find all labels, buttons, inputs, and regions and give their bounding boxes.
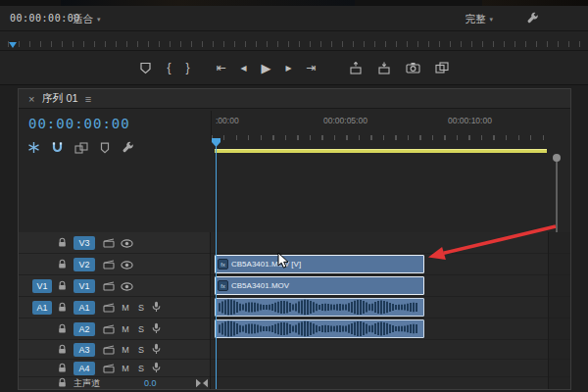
clip-a1-audio[interactable] (215, 298, 424, 317)
track-lock-button[interactable] (57, 341, 68, 359)
track-lock-button[interactable] (57, 234, 68, 252)
track-toggle-a1[interactable]: A1 (74, 301, 95, 315)
work-area-bar[interactable] (215, 149, 547, 153)
mark-out-button[interactable]: } (185, 62, 189, 74)
program-monitor-bar: 00:00:00:00 适合 ▾ 完整 ▾ (0, 6, 588, 31)
play-button[interactable]: ▶ (262, 62, 271, 74)
source-patch[interactable] (32, 362, 52, 375)
playback-quality-select[interactable]: 完整 ▾ (465, 13, 493, 26)
pan-bowtie-icon (195, 378, 209, 388)
add-marker-button[interactable] (139, 62, 152, 74)
sync-lock-button[interactable] (103, 299, 115, 317)
sync-lock-button[interactable] (103, 277, 115, 295)
sync-lock-icon (103, 281, 115, 291)
track-lock-button[interactable] (57, 374, 68, 392)
mark-in-button[interactable]: { (167, 62, 171, 74)
sequence-tab[interactable]: 序列 01 (41, 91, 77, 106)
solo-button[interactable]: S (135, 343, 147, 356)
voiceover-record-button[interactable] (152, 360, 161, 377)
clip-v2-video[interactable]: fx CB5A3401.MOV [V] (215, 255, 424, 273)
track-output-button[interactable] (121, 256, 133, 273)
track-toggle-a3[interactable]: A3 (74, 343, 95, 357)
go-to-out-button[interactable]: ⇥ (307, 62, 317, 74)
microphone-icon (152, 301, 161, 313)
sync-lock-button[interactable] (103, 341, 115, 359)
sync-lock-icon (103, 260, 115, 270)
voiceover-record-button[interactable] (152, 299, 161, 317)
lock-icon (57, 237, 68, 248)
mute-button[interactable]: M (120, 343, 131, 356)
clip-a2-audio[interactable] (215, 319, 424, 338)
track-row-v3: V3 (19, 232, 570, 253)
sync-lock-button[interactable] (103, 234, 115, 252)
track-lock-button[interactable] (57, 299, 68, 317)
sync-lock-button[interactable] (103, 360, 115, 377)
scrollbar-handle-top[interactable] (553, 154, 561, 162)
track-toggle-a2[interactable]: A2 (74, 322, 95, 336)
track-lock-button[interactable] (57, 320, 68, 338)
voiceover-record-button[interactable] (152, 320, 161, 338)
solo-button[interactable]: S (135, 301, 147, 314)
monitor-timecode[interactable]: 00:00:00:00 (10, 13, 80, 24)
track-lock-button[interactable] (57, 256, 68, 273)
wrench-icon (122, 141, 134, 154)
mini-timeline-ticks (8, 41, 580, 47)
track-toggle-v1[interactable]: V1 (74, 279, 95, 293)
snap-toggle-button[interactable] (51, 140, 64, 158)
track-toggle-v3[interactable]: V3 (74, 236, 95, 250)
lock-icon (57, 323, 68, 334)
lock-icon (57, 280, 68, 291)
mute-button[interactable]: M (120, 322, 131, 335)
comparison-view-button[interactable] (435, 62, 449, 74)
clip-label: CB5A3401.MOV (231, 281, 289, 290)
step-back-button[interactable]: ◂ (240, 62, 246, 74)
linked-selection-icon (74, 142, 88, 154)
eye-icon (121, 239, 133, 248)
sync-lock-button[interactable] (103, 256, 115, 273)
nest-toggle-button[interactable] (27, 140, 40, 158)
lift-button[interactable] (349, 62, 363, 74)
sync-lock-button[interactable] (103, 320, 115, 338)
timeline-settings-button[interactable] (122, 140, 134, 158)
fx-badge: fx (218, 259, 228, 270)
track-toggle-a4[interactable]: A4 (74, 362, 95, 375)
source-patch-v1[interactable]: V1 (32, 279, 52, 293)
source-patch[interactable] (32, 343, 52, 357)
tab-close-button[interactable]: × (28, 93, 34, 105)
clip-v1-video[interactable]: fx CB5A3401.MOV (215, 276, 424, 295)
go-to-in-button[interactable]: ⇤ (216, 62, 225, 74)
master-volume-value[interactable]: 0.0 (144, 378, 157, 388)
step-forward-button[interactable]: ▸ (286, 62, 292, 74)
voiceover-record-button[interactable] (152, 341, 161, 359)
export-frame-button[interactable] (406, 62, 420, 74)
panel-menu-icon[interactable]: ≡ (85, 93, 91, 105)
monitor-mini-timeline[interactable] (0, 31, 588, 51)
mute-button[interactable]: M (120, 301, 131, 314)
track-lock-button[interactable] (57, 277, 68, 295)
track-output-button[interactable] (121, 277, 133, 295)
mini-playhead-icon[interactable] (9, 42, 17, 48)
extract-button[interactable] (377, 62, 391, 74)
lift-icon (349, 62, 363, 74)
solo-button[interactable]: S (135, 362, 147, 374)
source-patch[interactable] (32, 322, 52, 336)
linked-selection-button[interactable] (74, 140, 88, 158)
timeline-tab-bar: × 序列 01 ≡ (19, 89, 570, 109)
monitor-settings-button[interactable] (526, 11, 539, 28)
track-output-button[interactable] (121, 234, 133, 252)
add-marker-button[interactable] (99, 140, 111, 158)
wrench-icon (526, 12, 539, 24)
track-toggle-v2[interactable]: V2 (74, 258, 95, 271)
source-patch-a1[interactable]: A1 (32, 301, 52, 315)
sync-lock-icon (103, 303, 115, 313)
timeline-ruler[interactable]: :00:00 00:00:05:00 00:00:10:00 (211, 111, 549, 140)
master-track-row: 主声道 0.0 (19, 377, 570, 389)
solo-button[interactable]: S (135, 322, 147, 335)
zoom-level-value: 适合 (73, 13, 93, 26)
pan-control[interactable] (195, 374, 209, 392)
source-patch[interactable] (32, 236, 52, 250)
source-patch[interactable] (32, 258, 52, 271)
timeline-timecode[interactable]: 00:00:00:00 (28, 116, 130, 131)
zoom-level-select[interactable]: 适合 ▾ (73, 13, 101, 26)
mute-button[interactable]: M (120, 362, 131, 374)
